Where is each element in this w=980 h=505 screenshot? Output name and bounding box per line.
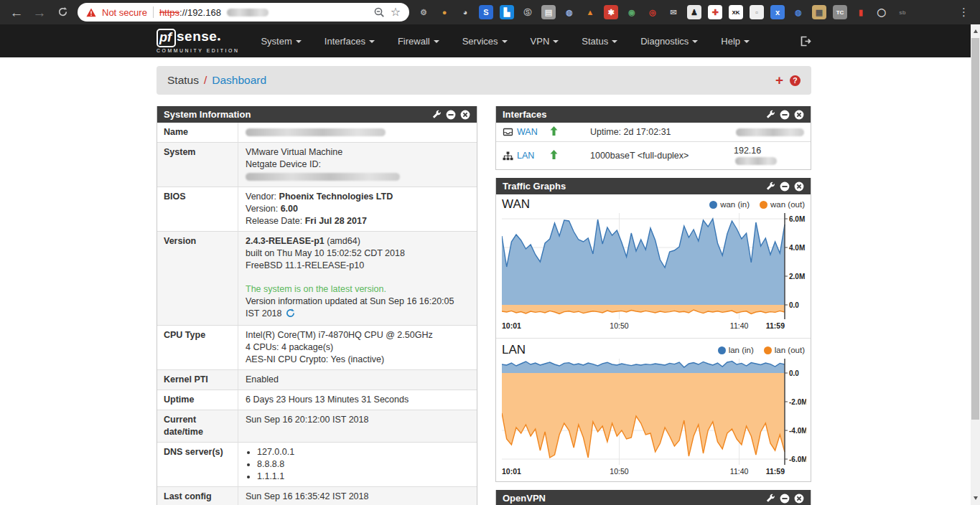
menu-status[interactable]: Status bbox=[570, 24, 629, 57]
table-row: Last config change Sun Sep 16 16:35:42 I… bbox=[157, 487, 477, 505]
browser-menu-icon[interactable]: ⋮ bbox=[956, 6, 973, 19]
svg-text:11:40: 11:40 bbox=[730, 321, 749, 330]
table-row: System VMware Virtual Machine Netgate De… bbox=[157, 143, 477, 187]
svg-text:11:59: 11:59 bbox=[766, 467, 785, 476]
extension-icon-10[interactable]: ✱ bbox=[604, 5, 618, 19]
close-icon[interactable] bbox=[794, 181, 804, 192]
svg-text:10:01: 10:01 bbox=[502, 467, 521, 476]
svg-text:11:59: 11:59 bbox=[766, 321, 785, 330]
extension-icon-14[interactable]: ♟ bbox=[687, 5, 701, 19]
refresh-icon[interactable] bbox=[286, 308, 295, 321]
url-host: ://192.168 bbox=[179, 7, 221, 18]
url-redacted bbox=[227, 9, 269, 16]
extension-icon-12[interactable]: ◎ bbox=[645, 5, 660, 19]
svg-text:-6.0M: -6.0M bbox=[789, 456, 806, 463]
address-bar[interactable]: Not secure https://192.168 ☆ bbox=[78, 3, 409, 22]
chevron-down-icon bbox=[692, 40, 698, 43]
extension-icon-17[interactable]: ▫ bbox=[750, 5, 764, 19]
extension-icon-20[interactable]: ▦ bbox=[812, 5, 826, 19]
extension-icon-18[interactable]: x bbox=[770, 5, 785, 19]
wan-link[interactable]: WAN bbox=[517, 127, 538, 137]
close-icon[interactable] bbox=[460, 110, 470, 120]
bookmark-star-icon[interactable]: ☆ bbox=[391, 6, 401, 18]
table-row: Name bbox=[157, 123, 477, 143]
menu-system[interactable]: System bbox=[249, 24, 312, 57]
scrollbar-thumb[interactable] bbox=[971, 38, 979, 420]
menu-vpn[interactable]: VPN bbox=[519, 24, 571, 57]
menu-services[interactable]: Services bbox=[451, 24, 519, 57]
svg-text:-2.0M: -2.0M bbox=[789, 398, 806, 406]
wan-legend: wan (in) wan (out) bbox=[709, 200, 805, 209]
extension-icon-6[interactable]: Ⓢ bbox=[521, 5, 535, 19]
extension-icon-2[interactable]: ● bbox=[437, 5, 452, 19]
browser-toolbar: ← → Not secure https://192.168 ☆ ⚙●◕S▙Ⓢ▤… bbox=[0, 0, 980, 24]
table-row: DNS server(s) 127.0.0.1 8.8.8.8 1.1.1.1 bbox=[157, 443, 477, 487]
chevron-down-icon bbox=[612, 40, 617, 43]
svg-text:-4.0M: -4.0M bbox=[789, 427, 806, 435]
add-widget-button[interactable]: + bbox=[775, 72, 783, 88]
breadcrumb-page-link[interactable]: Dashboard bbox=[212, 74, 266, 87]
arrow-up-icon bbox=[550, 150, 558, 159]
pfsense-logo[interactable]: pf sense ● COMMUNITY EDITION bbox=[157, 29, 239, 53]
wrench-icon[interactable] bbox=[765, 181, 775, 192]
wrench-icon[interactable] bbox=[765, 110, 775, 120]
url-text[interactable]: https://192.168 bbox=[159, 7, 221, 18]
panel-title: Interfaces bbox=[503, 109, 765, 120]
extension-icon-5[interactable]: ▙ bbox=[500, 5, 514, 19]
scrollbar-down-arrow[interactable] bbox=[971, 493, 980, 504]
close-icon[interactable] bbox=[794, 110, 804, 120]
logout-icon[interactable] bbox=[799, 36, 811, 47]
extension-icon-1[interactable]: ⚙ bbox=[416, 5, 431, 19]
extension-icon-19[interactable]: ◍ bbox=[791, 5, 806, 19]
browser-forward-button[interactable]: → bbox=[32, 6, 47, 19]
lan-link[interactable]: LAN bbox=[517, 151, 534, 161]
svg-text:2.0M: 2.0M bbox=[789, 273, 805, 280]
chevron-down-icon bbox=[553, 40, 559, 43]
minimize-icon[interactable] bbox=[780, 494, 790, 504]
scrollbar-up-arrow[interactable] bbox=[971, 26, 980, 37]
warning-triangle-icon bbox=[86, 8, 96, 17]
extension-icon-4[interactable]: S bbox=[479, 5, 493, 19]
minimize-icon[interactable] bbox=[780, 110, 790, 120]
panel-title: OpenVPN bbox=[503, 493, 765, 504]
minimize-icon[interactable] bbox=[446, 110, 456, 120]
browser-reload-button[interactable] bbox=[55, 6, 70, 19]
extension-icon-23[interactable]: ◯ bbox=[874, 5, 889, 19]
extension-icon-22[interactable]: ▮ bbox=[854, 5, 868, 19]
graph-title-wan: WAN bbox=[502, 197, 709, 212]
table-row: Version 2.4.3-RELEASE-p1 (amd64) built o… bbox=[157, 232, 477, 326]
close-icon[interactable] bbox=[794, 494, 804, 504]
extension-icon-8[interactable]: ◍ bbox=[562, 5, 577, 19]
reload-icon bbox=[57, 6, 68, 17]
extension-icon-3[interactable]: ◕ bbox=[458, 5, 472, 19]
openvpn-panel: OpenVPN illustris vpn UDP4:1194 bbox=[495, 490, 811, 505]
extensions-row: ⚙●◕S▙Ⓢ▤◍▲✱◉◎✉♟✚XK▫x◍▦TC▮◯sb bbox=[416, 5, 910, 19]
interface-row-wan: WAN Uptime: 2d 17:02:31 bbox=[496, 123, 811, 142]
traffic-graphs-panel: Traffic Graphs WAN wan (in) wan (out) bbox=[495, 178, 811, 482]
extension-icon-11[interactable]: ◉ bbox=[625, 5, 639, 19]
zoom-out-icon[interactable] bbox=[374, 7, 385, 18]
browser-back-button[interactable]: ← bbox=[9, 6, 24, 19]
help-icon[interactable]: ? bbox=[790, 75, 801, 86]
extension-icon-7[interactable]: ▤ bbox=[541, 5, 556, 19]
menu-interfaces[interactable]: Interfaces bbox=[313, 24, 386, 57]
extension-icon-13[interactable]: ✉ bbox=[666, 5, 681, 19]
wrench-icon[interactable] bbox=[765, 494, 775, 504]
system-information-panel: System Information Name System VMware Vi… bbox=[157, 106, 477, 505]
page-scrollbar[interactable] bbox=[971, 24, 980, 505]
extension-icon-24[interactable]: sb bbox=[895, 5, 910, 19]
interfaces-panel: Interfaces WAN Uptime: 2d 17:02:31 bbox=[495, 106, 811, 170]
wrench-icon[interactable] bbox=[431, 110, 442, 120]
redacted-device-id bbox=[246, 173, 400, 181]
minimize-icon[interactable] bbox=[780, 181, 790, 192]
extension-icon-16[interactable]: XK bbox=[729, 5, 743, 19]
menu-diagnostics[interactable]: Diagnostics bbox=[629, 24, 709, 57]
extension-icon-9[interactable]: ▲ bbox=[583, 5, 597, 19]
extension-icon-21[interactable]: TC bbox=[833, 5, 847, 19]
not-secure-label[interactable]: Not secure bbox=[102, 7, 147, 18]
menu-help[interactable]: Help bbox=[709, 24, 761, 57]
wan-traffic-graph: WAN wan (in) wan (out) 6.0M4.0M2.0M0.010… bbox=[496, 194, 811, 336]
menu-firewall[interactable]: Firewall bbox=[386, 24, 451, 57]
wan-ip bbox=[734, 127, 804, 137]
extension-icon-15[interactable]: ✚ bbox=[708, 5, 722, 19]
